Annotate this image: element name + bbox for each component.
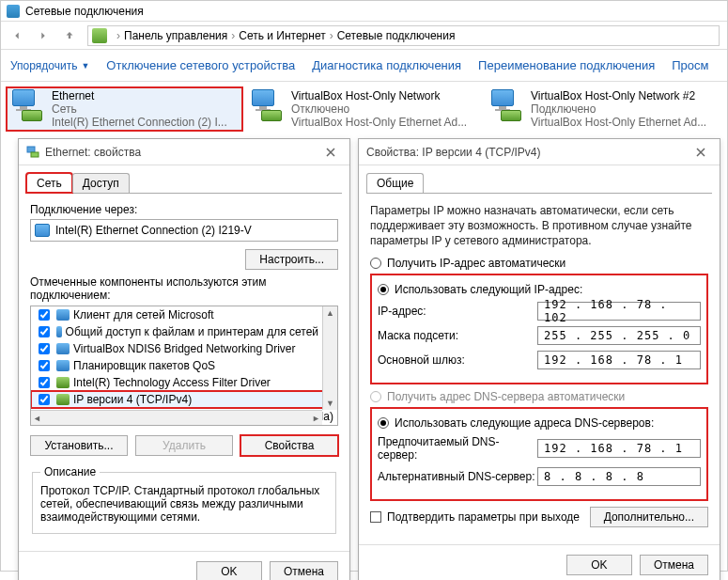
ok-button[interactable]: OK <box>196 561 262 580</box>
protocol-icon <box>56 394 70 405</box>
dialog-title: Свойства: IP версии 4 (TCP/IPv4) <box>366 146 689 159</box>
nav-back-button[interactable] <box>5 24 29 47</box>
cmd-disable-device[interactable]: Отключение сетевого устройства <box>106 58 295 72</box>
window-titlebar[interactable]: Сетевые подключения <box>1 1 727 22</box>
list-item-ipv4[interactable]: IP версии 4 (TCP/IPv4) <box>31 391 337 408</box>
dialog-titlebar[interactable]: Ethernet: свойства <box>19 139 349 165</box>
dns-manual-group: Использовать следующие адреса DNS-сервер… <box>370 407 708 501</box>
radio-icon <box>370 258 381 269</box>
adapter-name-text: Intel(R) Ethernet Connection (2) I219-V <box>55 224 252 237</box>
address-bar[interactable]: › Панель управления › Сеть и Интернет › … <box>87 25 720 46</box>
dns-preferred-label: Предпочитаемый DNS-сервер: <box>378 435 537 462</box>
list-item[interactable]: Общий доступ к файлам и принтерам для се… <box>31 323 337 340</box>
adapter-status: Подключено <box>531 102 706 116</box>
ok-button[interactable]: OK <box>566 555 632 575</box>
cmd-view-truncated[interactable]: Просм <box>672 58 708 72</box>
properties-button[interactable]: Свойства <box>240 435 338 456</box>
component-checkbox[interactable] <box>39 326 50 337</box>
ip-address-label: IP-адрес: <box>378 305 537 318</box>
nav-up-button[interactable] <box>57 24 82 47</box>
app-icon <box>7 5 20 18</box>
network-adapter-icon <box>35 224 50 237</box>
adapter-name: VirtualBox Host-Only Network <box>291 89 467 102</box>
ip-address-input[interactable]: 192 . 168 . 78 . 102 <box>537 302 701 321</box>
radio-ip-manual[interactable]: Использовать следующий IP-адрес: <box>378 283 701 296</box>
dns-alternate-input[interactable]: 8 . 8 . 8 . 8 <box>537 467 701 486</box>
cmd-rename[interactable]: Переименование подключения <box>478 58 655 72</box>
service-icon <box>56 326 62 337</box>
adapter-status: Сеть <box>52 102 227 116</box>
dns-preferred-input[interactable]: 192 . 168 . 78 . 1 <box>537 439 701 458</box>
cmd-organize[interactable]: Упорядочить▼ <box>10 59 89 72</box>
close-button[interactable] <box>689 143 712 162</box>
advanced-button[interactable]: Дополнительно... <box>590 507 708 527</box>
component-checkbox[interactable] <box>39 394 50 405</box>
adapter-device: Intel(R) Ethernet Connection (2) I... <box>52 116 227 129</box>
gateway-input[interactable]: 192 . 168 . 78 . 1 <box>537 351 701 369</box>
svg-rect-0 <box>27 147 35 152</box>
protocol-icon <box>56 377 70 388</box>
nav-toolbar: › Панель управления › Сеть и Интернет › … <box>1 22 727 50</box>
close-button[interactable] <box>319 143 342 162</box>
checkbox-icon <box>370 511 381 523</box>
svg-rect-1 <box>31 152 39 157</box>
window-title: Сетевые подключения <box>25 5 144 18</box>
location-icon <box>92 28 107 43</box>
list-item[interactable]: Планировщик пакетов QoS <box>31 357 337 374</box>
description-group: Описание Протокол TCP/IP. Стандартный пр… <box>32 465 336 534</box>
configure-button[interactable]: Настроить... <box>245 249 338 270</box>
chevron-down-icon: ▼ <box>81 61 89 71</box>
scroll-down-icon[interactable]: ▼ <box>324 397 336 410</box>
network-adapter-icon <box>489 89 523 123</box>
component-checkbox[interactable] <box>39 309 50 321</box>
scroll-right-icon[interactable]: ► <box>310 412 322 425</box>
component-checkbox[interactable] <box>39 360 50 371</box>
component-checkbox[interactable] <box>39 343 50 354</box>
components-listbox[interactable]: Клиент для сетей Microsoft Общий доступ … <box>30 306 338 426</box>
subnet-mask-input[interactable]: 255 . 255 . 255 . 0 <box>537 326 701 345</box>
dns-alternate-label: Альтернативный DNS-сервер: <box>378 470 537 483</box>
cmd-diagnose[interactable]: Диагностика подключения <box>312 58 461 72</box>
crumb-control-panel[interactable]: Панель управления <box>124 29 227 42</box>
adapter-vbox2[interactable]: VirtualBox Host-Only Network #2 Подключе… <box>486 87 721 131</box>
scroll-up-icon[interactable]: ▲ <box>324 306 336 320</box>
connect-via-label: Подключение через: <box>30 203 338 216</box>
nav-forward-button[interactable] <box>31 24 55 47</box>
service-icon <box>56 360 70 371</box>
chevron-right-icon: › <box>330 29 333 42</box>
cancel-button[interactable]: Отмена <box>270 561 338 580</box>
command-bar: Упорядочить▼ Отключение сетевого устройс… <box>1 50 727 82</box>
adapter-name: Ethernet <box>52 89 227 102</box>
dialog-titlebar[interactable]: Свойства: IP версии 4 (TCP/IPv4) <box>359 139 720 165</box>
tab-access[interactable]: Доступ <box>72 173 130 193</box>
uninstall-button: Удалить <box>135 435 233 456</box>
client-icon <box>56 309 70 321</box>
list-item[interactable]: VirtualBox NDIS6 Bridged Networking Driv… <box>31 340 337 357</box>
adapter-vbox1[interactable]: VirtualBox Host-Only Network Отключено V… <box>246 87 482 131</box>
radio-dns-auto: Получить адрес DNS-сервера автоматически <box>370 390 708 403</box>
cancel-button[interactable]: Отмена <box>640 555 708 575</box>
network-adapter-icon <box>10 89 44 123</box>
radio-ip-auto[interactable]: Получить IP-адрес автоматически <box>370 257 708 270</box>
service-icon <box>56 343 70 354</box>
scroll-left-icon[interactable]: ◄ <box>31 412 43 425</box>
scrollbar-vertical[interactable]: ▲▼ <box>322 306 337 410</box>
adapter-device: VirtualBox Host-Only Ethernet Ad... <box>531 116 706 129</box>
description-text: Протокол TCP/IP. Стандартный протокол гл… <box>40 484 328 524</box>
list-item[interactable]: Intel(R) Technology Access Filter Driver <box>31 374 337 391</box>
scrollbar-horizontal[interactable]: ◄► <box>31 410 322 425</box>
list-item[interactable]: Клиент для сетей Microsoft <box>31 306 337 323</box>
crumb-network-internet[interactable]: Сеть и Интернет <box>239 29 325 42</box>
validate-on-exit-checkbox[interactable]: Подтвердить параметры при выходе <box>370 510 580 524</box>
install-button[interactable]: Установить... <box>30 435 128 456</box>
radio-dns-manual[interactable]: Использовать следующие адреса DNS-сервер… <box>378 416 701 430</box>
tab-general[interactable]: Общие <box>366 173 424 193</box>
chevron-right-icon: › <box>116 29 120 42</box>
tab-network[interactable]: Сеть <box>26 173 72 193</box>
component-checkbox[interactable] <box>39 377 50 388</box>
adapter-ethernet[interactable]: Ethernet Сеть Intel(R) Ethernet Connecti… <box>7 87 242 131</box>
ipv4-properties-dialog: Свойства: IP версии 4 (TCP/IPv4) Общие П… <box>358 138 720 580</box>
crumb-network-connections[interactable]: Сетевые подключения <box>337 29 456 42</box>
adapter-list: Ethernet Сеть Intel(R) Ethernet Connecti… <box>1 82 727 138</box>
chevron-right-icon: › <box>231 29 235 42</box>
